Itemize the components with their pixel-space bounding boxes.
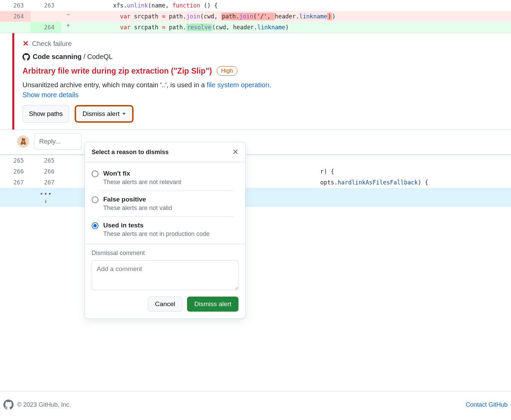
show-paths-button[interactable]: Show paths xyxy=(22,105,69,123)
dismiss-reason-list: Won't fix These alerts are not relevant … xyxy=(85,162,245,244)
contact-github-link[interactable]: Contact GitHub xyxy=(466,401,508,408)
check-status: ✕ Check failure xyxy=(22,39,503,48)
radio-icon xyxy=(92,170,98,177)
x-icon: ✕ xyxy=(22,39,29,48)
file-system-operation-link[interactable]: file system operation xyxy=(207,81,269,89)
diff-row-context: 265 265 xyxy=(0,155,511,166)
dismiss-alert-highlight: Dismiss alert xyxy=(75,105,134,123)
dismissal-comment-input[interactable] xyxy=(92,260,238,290)
alert-source: Code scanning / CodeQL xyxy=(22,53,503,61)
diff-row-deletion: 264 − var srcpath = path.join(cwd, path.… xyxy=(0,11,511,22)
check-status-text: Check failure xyxy=(32,40,72,48)
dismiss-option-false-positive[interactable]: False positive These alerts are not vali… xyxy=(100,191,234,216)
expand-hunk-row[interactable]: •••↓ xyxy=(0,188,511,207)
dismiss-alert-button[interactable]: Dismiss alert xyxy=(76,106,132,121)
dismiss-option-used-in-tests[interactable]: Used in tests These alerts are not in pr… xyxy=(100,216,234,242)
diff-table-bottom: 265 265 266 266 r) { 267 267 opts.hardli… xyxy=(0,155,511,207)
code-scanning-alert: ✕ Check failure Code scanning / CodeQL A… xyxy=(0,33,511,155)
dismiss-alert-submit-button[interactable]: Dismiss alert xyxy=(187,297,238,312)
radio-icon xyxy=(92,196,98,203)
diff-row-context: 263 263 xfs.unlink(name, function () { xyxy=(0,0,511,11)
diff-row-addition: 264 + var srcpath = path.resolve(cwd, he… xyxy=(0,22,511,33)
dismiss-option-wont-fix[interactable]: Won't fix These alerts are not relevant xyxy=(85,164,245,191)
alert-title: Arbitrary file write during zip extracti… xyxy=(22,66,212,76)
code-line: var srcpath = path.resolve(cwd, header.l… xyxy=(75,22,511,33)
copyright-text: © 2023 GitHub, Inc. xyxy=(17,401,71,408)
diff-row-context: 266 266 r) { xyxy=(0,166,511,177)
github-mark-icon xyxy=(22,53,30,61)
show-more-details-link[interactable]: Show more details xyxy=(22,91,79,99)
avatar[interactable]: 🧸 xyxy=(17,135,29,148)
cancel-button[interactable]: Cancel xyxy=(148,297,182,312)
dismiss-reason-popover: Select a reason to dismiss ✕ Won't fix T… xyxy=(84,142,246,319)
footer: © 2023 GitHub, Inc. Contact GitHub xyxy=(0,391,511,410)
github-mark-icon xyxy=(3,400,14,410)
severity-badge: High xyxy=(217,66,237,76)
code-line: var srcpath = path.join(cwd, path.join('… xyxy=(75,11,511,22)
reply-input[interactable]: Reply... xyxy=(34,133,82,150)
popover-title: Select a reason to dismiss xyxy=(92,149,169,156)
diff-row-context: 267 267 opts.hardlinkAsFilesFallback) { xyxy=(0,177,511,188)
diff-table: 263 263 xfs.unlink(name, function () { 2… xyxy=(0,0,511,33)
close-icon[interactable]: ✕ xyxy=(232,148,238,156)
alert-description: Unsanitized archive entry, which may con… xyxy=(22,81,503,89)
radio-icon xyxy=(92,222,98,229)
dismissal-comment-label: Dismissal comment xyxy=(85,244,245,260)
code-line: xfs.unlink(name, function () { xyxy=(75,0,511,11)
caret-down-icon xyxy=(122,113,126,115)
reply-row: 🧸 Reply... xyxy=(0,130,511,155)
